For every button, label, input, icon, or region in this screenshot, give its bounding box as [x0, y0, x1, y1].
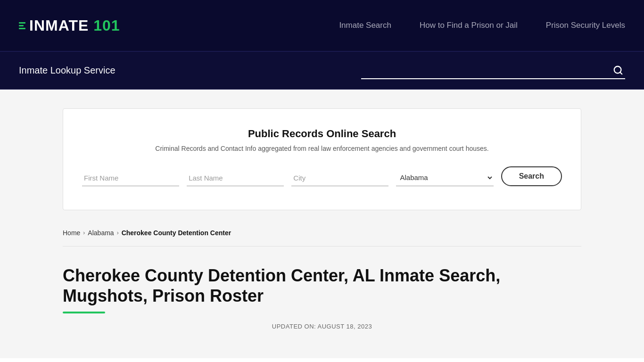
lookup-search-input[interactable]: [361, 62, 625, 78]
nav-item-security-levels[interactable]: Prison Security Levels: [546, 21, 625, 30]
logo-highlight: 101: [93, 17, 120, 34]
records-card-title: Public Records Online Search: [82, 128, 562, 140]
logo-lines-icon: [19, 22, 25, 29]
breadcrumb-current: Cherokee County Detention Center: [122, 229, 231, 237]
page-title-section: Cherokee County Detention Center, AL Inm…: [63, 256, 581, 330]
records-search-button[interactable]: Search: [501, 166, 562, 186]
first-name-input[interactable]: [82, 170, 179, 186]
page-main-title: Cherokee County Detention Center, AL Inm…: [63, 265, 581, 306]
search-icon: [613, 65, 623, 75]
nav-link-find-prison[interactable]: How to Find a Prison or Jail: [420, 21, 518, 30]
secondary-bar: Inmate Lookup Service: [0, 52, 644, 90]
records-search-form: Alabama Alaska Arizona Arkansas Californ…: [82, 166, 562, 186]
records-card-subtitle: Criminal Records and Contact Info aggreg…: [82, 145, 562, 152]
last-name-field[interactable]: [187, 170, 284, 186]
title-underline: [63, 312, 105, 313]
lookup-search-wrap: [361, 62, 625, 79]
breadcrumb-state[interactable]: Alabama: [88, 229, 114, 237]
nav-item-inmate-search[interactable]: Inmate Search: [339, 21, 391, 30]
first-name-field[interactable]: [82, 170, 179, 186]
breadcrumb-chevron-1: ›: [83, 230, 85, 236]
state-select[interactable]: Alabama Alaska Arizona Arkansas Californ…: [396, 169, 493, 186]
city-field[interactable]: [291, 170, 388, 186]
top-nav: INMATE 101 Inmate Search How to Find a P…: [0, 0, 644, 52]
logo-text: INMATE 101: [29, 17, 120, 34]
nav-link-security-levels[interactable]: Prison Security Levels: [546, 21, 625, 30]
breadcrumb: Home › Alabama › Cherokee County Detenti…: [63, 229, 581, 247]
last-name-input[interactable]: [187, 170, 284, 186]
nav-item-find-prison[interactable]: How to Find a Prison or Jail: [420, 21, 518, 30]
breadcrumb-chevron-2: ›: [117, 230, 119, 236]
nav-links: Inmate Search How to Find a Prison or Ja…: [339, 21, 625, 30]
breadcrumb-home[interactable]: Home: [63, 229, 80, 237]
main-content: Public Records Online Search Criminal Re…: [0, 90, 644, 358]
updated-text: UPDATED ON: AUGUST 18, 2023: [63, 323, 581, 330]
lookup-search-button[interactable]: [613, 65, 623, 75]
records-card: Public Records Online Search Criminal Re…: [63, 108, 581, 210]
nav-link-inmate-search[interactable]: Inmate Search: [339, 21, 391, 30]
svg-line-1: [620, 72, 622, 74]
logo[interactable]: INMATE 101: [19, 17, 120, 34]
state-field[interactable]: Alabama Alaska Arizona Arkansas Californ…: [396, 169, 493, 186]
lookup-label: Inmate Lookup Service: [19, 65, 116, 76]
city-input[interactable]: [291, 170, 388, 186]
